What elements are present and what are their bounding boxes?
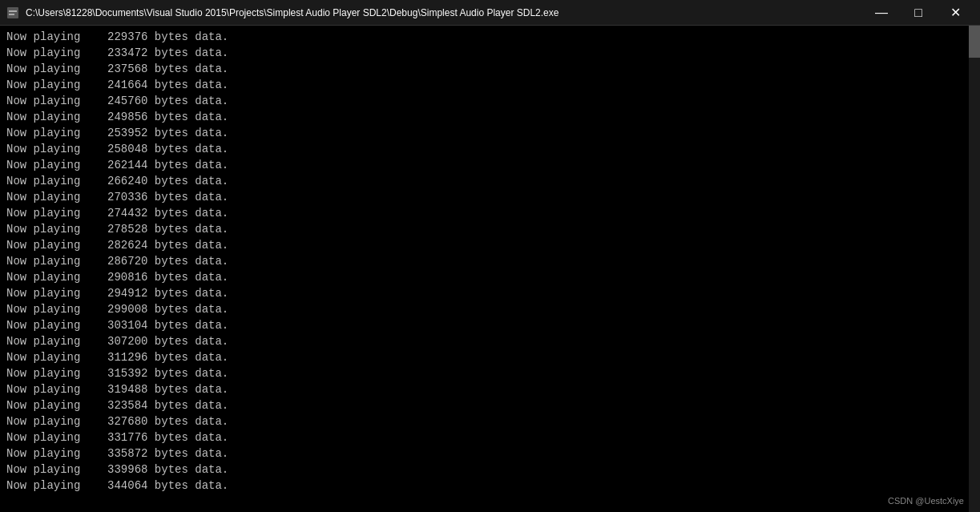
svg-rect-1 xyxy=(9,10,17,12)
scrollbar-thumb[interactable] xyxy=(969,26,980,58)
maximize-button[interactable]: □ xyxy=(900,0,937,26)
window-title: C:\Users\81228\Documents\Visual Studio 2… xyxy=(26,7,559,18)
scrollbar[interactable] xyxy=(969,26,980,512)
main-window: C:\Users\81228\Documents\Visual Studio 2… xyxy=(0,0,980,512)
title-bar: C:\Users\81228\Documents\Visual Studio 2… xyxy=(0,0,980,26)
title-bar-left: C:\Users\81228\Documents\Visual Studio 2… xyxy=(6,6,559,19)
console-content: Now playing 229376 bytes data. Now playi… xyxy=(0,26,980,512)
close-button[interactable]: ✕ xyxy=(937,0,974,26)
watermark: CSDN @UestcXiye xyxy=(888,496,964,506)
svg-rect-2 xyxy=(9,14,14,15)
app-icon xyxy=(6,6,19,19)
console-output: Now playing 229376 bytes data. Now playi… xyxy=(6,29,974,494)
minimize-button[interactable]: — xyxy=(863,0,900,26)
svg-rect-0 xyxy=(7,7,18,18)
window-controls: — □ ✕ xyxy=(863,0,974,26)
